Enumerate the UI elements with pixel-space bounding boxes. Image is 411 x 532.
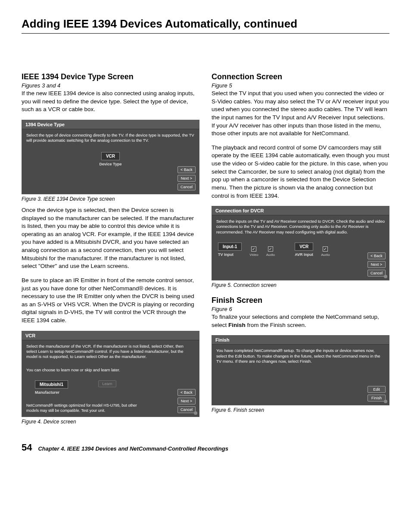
optimized-note: NetCommand® settings optimized for model… xyxy=(26,403,147,413)
caption-fig4: Figure 4. Device screen xyxy=(22,419,199,425)
cancel-button[interactable]: Cancel xyxy=(177,406,196,413)
learn-button[interactable]: Learn xyxy=(98,380,116,387)
heading-device-type: IEEE 1394 Device Type Screen xyxy=(22,72,199,81)
logo-icon xyxy=(194,411,197,415)
dialog-title: Finish xyxy=(212,336,389,345)
dialog-prompt: Select the inputs on the TV and AV Recei… xyxy=(216,219,385,235)
dialog-finish: Finish You have completed NetCommand® se… xyxy=(212,335,389,405)
audio-label-tv: Audio xyxy=(266,253,275,257)
tv-input-label: TV Input xyxy=(218,252,242,257)
cancel-button[interactable]: Cancel xyxy=(367,270,386,277)
audio-checkbox-avr[interactable]: ✓ xyxy=(323,246,328,252)
back-button[interactable]: < Back xyxy=(367,252,386,259)
device-type-select[interactable]: VCR xyxy=(101,152,120,160)
finish-button[interactable]: Finish xyxy=(367,395,386,401)
chapter-title: Chapter 4. IEEE 1394 Devices and NetComm… xyxy=(38,445,228,452)
paragraph-manufacturer: Once the device type is selected, then t… xyxy=(22,206,199,271)
manufacturer-select[interactable]: Mitsubishi1 xyxy=(35,380,68,389)
page-number: 54 xyxy=(22,442,32,453)
dialog-vcr-manufacturer: VCR Select the manufacturer of the VCR. … xyxy=(22,331,199,417)
video-label: Video xyxy=(249,253,258,257)
dialog-connection: Connection for DVCR Select the inputs on… xyxy=(212,206,389,280)
edit-button[interactable]: Edit xyxy=(367,386,386,393)
logo-icon xyxy=(384,400,387,403)
caption-fig3: Figure 3. IEEE 1394 Device Type screen xyxy=(22,196,199,202)
logo-icon xyxy=(384,275,387,278)
heading-connection: Connection Screen xyxy=(212,72,389,81)
next-button[interactable]: Next > xyxy=(367,261,386,268)
dialog-device-type: 1394 Device Type Select the type of devi… xyxy=(22,120,199,194)
dialog-prompt: You have completed NetCommand® setup. To… xyxy=(216,348,385,364)
paragraph-connection-intro: Select the TV input that you used when y… xyxy=(212,90,389,138)
two-column-layout: IEEE 1394 Device Type Screen Figures 3 a… xyxy=(22,72,389,429)
paragraph-ir-emitter: Be sure to place an IR Emitter in front … xyxy=(22,277,199,325)
caption-fig5: Figure 5. Connection screen xyxy=(212,282,389,288)
next-button[interactable]: Next > xyxy=(177,175,196,182)
right-column: Connection Screen Figure 5 Select the TV… xyxy=(212,72,389,429)
audio-label-avr: Audio xyxy=(321,253,330,257)
page-title: Adding IEEE 1394 Devices Automatically, … xyxy=(22,17,389,31)
caption-fig6: Figure 6. Finish screen xyxy=(212,407,389,413)
tv-input-select[interactable]: Input-1 xyxy=(218,243,242,251)
audio-checkbox-tv[interactable]: ✓ xyxy=(268,246,273,252)
heading-finish: Finish Screen xyxy=(212,296,389,305)
figure-ref-5: Figure 5 xyxy=(212,82,389,89)
avr-input-label: AVR Input xyxy=(295,252,313,257)
cancel-button[interactable]: Cancel xyxy=(177,184,196,190)
dialog-title: Connection for DVCR xyxy=(212,206,389,215)
dialog-prompt: Select the manufacturer of the VCR. If t… xyxy=(26,344,195,360)
avr-input-select[interactable]: VCR xyxy=(295,243,313,251)
paragraph-camcorder: The playback and record control of some … xyxy=(212,144,389,200)
title-rule xyxy=(22,33,389,34)
back-button[interactable]: < Back xyxy=(177,166,196,173)
page-footer: 54 Chapter 4. IEEE 1394 Devices and NetC… xyxy=(22,442,389,453)
dialog-title: 1394 Device Type xyxy=(22,120,199,129)
paragraph-finish: To finalize your selections and complete… xyxy=(212,313,389,329)
device-type-label: Device Type xyxy=(26,162,195,166)
dialog-title: VCR xyxy=(22,331,199,340)
figures-ref-3-4: Figures 3 and 4 xyxy=(22,82,199,89)
video-checkbox[interactable]: ✓ xyxy=(251,246,256,252)
figure-ref-6: Figure 6 xyxy=(212,306,389,312)
back-button[interactable]: < Back xyxy=(177,389,196,396)
dialog-prompt-learn: You can choose to learn now or skip and … xyxy=(26,367,195,373)
next-button[interactable]: Next > xyxy=(177,398,196,404)
left-column: IEEE 1394 Device Type Screen Figures 3 a… xyxy=(22,72,199,429)
manufacturer-label: Manufacturer xyxy=(35,390,68,395)
paragraph-device-type-intro: If the new IEEE 1394 device is also conn… xyxy=(22,90,199,114)
dialog-prompt: Select the type of device connecting dir… xyxy=(26,133,195,143)
